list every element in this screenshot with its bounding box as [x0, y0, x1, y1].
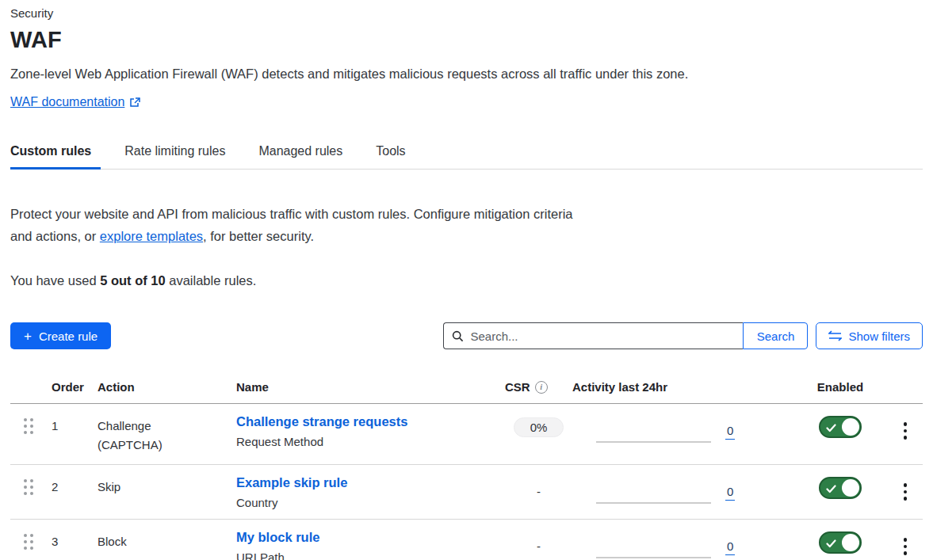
csr-badge: 0%	[514, 417, 564, 437]
tab-managed-rules[interactable]: Managed rules	[258, 136, 344, 169]
rule-order: 1	[52, 414, 98, 436]
create-rule-button[interactable]: + Create rule	[10, 322, 111, 349]
rule-name-link[interactable]: Challenge strange requests	[236, 414, 407, 429]
activity-cell: 0	[572, 530, 745, 558]
toggle-knob	[842, 479, 859, 497]
page-description: Zone-level Web Application Firewall (WAF…	[10, 67, 923, 82]
table-row: 3 Block My block rule URI Path - 0	[10, 520, 923, 560]
activity-count-link[interactable]: 0	[725, 485, 735, 501]
table-header: Order Action Name CSR i Activity last 24…	[10, 374, 923, 404]
activity-cell: 0	[572, 414, 745, 443]
header-name: Name	[236, 374, 505, 403]
rule-field: Country	[236, 496, 505, 509]
search-button[interactable]: Search	[743, 322, 808, 349]
row-menu-button[interactable]	[900, 414, 911, 443]
search-group: Search Show filters	[443, 322, 923, 349]
usage-count: 5 out of 10	[100, 273, 166, 288]
check-icon	[826, 537, 836, 551]
search-box	[443, 322, 743, 349]
activity-count-link[interactable]: 0	[725, 539, 735, 555]
activity-sparkline	[596, 535, 711, 558]
waf-page: Security WAF Zone-level Web Application …	[0, 0, 933, 560]
csr-cell: 0%	[505, 414, 572, 437]
tab-rate-limiting-rules[interactable]: Rate limiting rules	[124, 136, 227, 169]
enabled-cell	[819, 530, 862, 554]
csr-value: -	[537, 533, 541, 553]
csr-value: -	[537, 478, 541, 498]
activity-cell: 0	[572, 475, 745, 504]
enabled-cell	[819, 475, 862, 499]
rule-action: Skip	[98, 475, 236, 497]
usage-prefix: You have used	[10, 273, 100, 288]
search-input[interactable]	[470, 330, 735, 343]
rules-table: Order Action Name CSR i Activity last 24…	[10, 374, 923, 560]
enabled-toggle[interactable]	[819, 477, 862, 499]
intro-text: Protect your website and API from malici…	[10, 203, 597, 247]
header-enabled: Enabled	[817, 374, 863, 403]
page-title: WAF	[10, 27, 923, 53]
csr-cell: -	[505, 530, 572, 553]
drag-handle-icon[interactable]	[10, 475, 33, 495]
csr-cell: -	[505, 475, 572, 498]
enabled-toggle[interactable]	[819, 416, 862, 438]
activity-count-link[interactable]: 0	[725, 424, 735, 440]
rule-name-cell: Example skip rule Country	[236, 475, 505, 509]
tab-custom-rules[interactable]: Custom rules	[10, 136, 93, 169]
enabled-toggle[interactable]	[819, 531, 862, 554]
check-icon	[826, 482, 836, 497]
show-filters-button[interactable]: Show filters	[816, 322, 923, 349]
activity-sparkline	[596, 419, 711, 443]
rule-order: 2	[52, 475, 98, 497]
waf-tabs: Custom rules Rate limiting rules Managed…	[10, 136, 923, 170]
row-menu-button[interactable]	[900, 475, 911, 504]
usage-suffix: available rules.	[166, 273, 257, 288]
rule-action: Challenge (CAPTCHA)	[98, 414, 236, 455]
rule-order: 3	[52, 530, 98, 551]
row-menu-button[interactable]	[900, 530, 911, 558]
rule-action: Block	[98, 530, 236, 551]
rules-toolbar: + Create rule Search	[10, 322, 923, 349]
header-action: Action	[98, 374, 236, 403]
rule-action-line1: Challenge	[98, 417, 236, 436]
rule-field: Request Method	[236, 435, 505, 448]
plus-icon: +	[24, 330, 32, 343]
tab-tools[interactable]: Tools	[376, 136, 407, 169]
header-csr-label: CSR	[505, 380, 530, 394]
create-rule-label: Create rule	[39, 330, 98, 343]
header-csr: CSR i	[505, 374, 572, 403]
explore-templates-link[interactable]: explore templates	[100, 229, 203, 243]
show-filters-label: Show filters	[848, 330, 910, 343]
check-icon	[826, 421, 836, 436]
rule-action-line2: (CAPTCHA)	[98, 436, 236, 455]
rule-action-line1: Skip	[98, 478, 236, 497]
rule-name-cell: Challenge strange requests Request Metho…	[236, 414, 505, 448]
rule-action-line1: Block	[98, 532, 236, 551]
intro-after: , for better security.	[203, 229, 314, 243]
rule-name-cell: My block rule URI Path	[236, 530, 505, 560]
kebab-menu-icon	[900, 480, 911, 504]
rule-field: URI Path	[236, 550, 505, 560]
search-icon	[452, 330, 464, 342]
header-order: Order	[52, 374, 98, 403]
rule-name-link[interactable]: Example skip rule	[236, 475, 347, 490]
toggle-knob	[842, 534, 859, 551]
breadcrumb-security: Security	[10, 6, 923, 20]
filter-arrows-icon	[828, 330, 842, 341]
drag-handle-icon[interactable]	[10, 414, 33, 434]
kebab-menu-icon	[900, 419, 911, 443]
kebab-menu-icon	[900, 535, 911, 558]
toggle-knob	[842, 418, 859, 436]
rule-name-link[interactable]: My block rule	[236, 530, 319, 544]
table-row: 1 Challenge (CAPTCHA) Challenge strange …	[10, 404, 923, 465]
waf-documentation-link[interactable]: WAF documentation	[10, 95, 124, 109]
info-icon[interactable]: i	[535, 381, 548, 394]
table-row: 2 Skip Example skip rule Country - 0	[10, 465, 923, 520]
drag-handle-icon[interactable]	[10, 530, 33, 550]
enabled-cell	[819, 414, 862, 438]
external-link-icon	[129, 97, 140, 108]
header-activity: Activity last 24hr	[572, 374, 745, 403]
activity-sparkline	[596, 480, 711, 504]
usage-text: You have used 5 out of 10 available rule…	[10, 273, 923, 288]
